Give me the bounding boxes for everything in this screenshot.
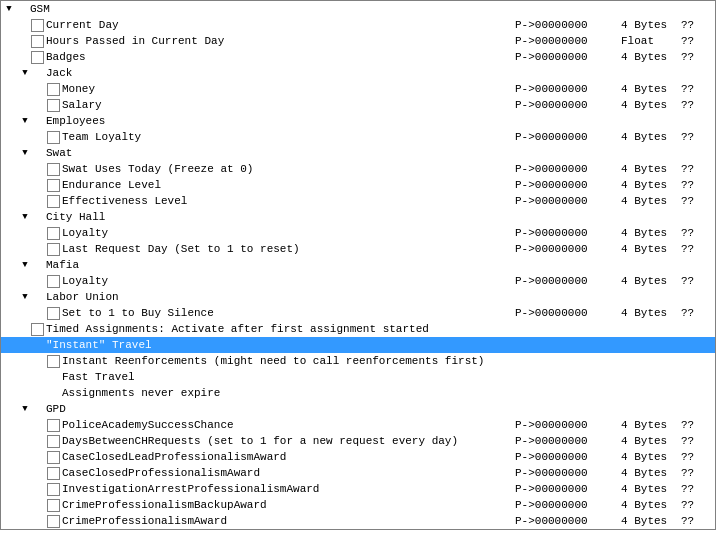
expand-icon[interactable]: ▼ — [19, 212, 31, 222]
checkbox[interactable] — [47, 355, 60, 368]
checkbox[interactable] — [47, 131, 60, 144]
row-addr: P->00000000 — [511, 243, 621, 255]
row-addr: P->00000000 — [511, 195, 621, 207]
checkbox[interactable] — [47, 451, 60, 464]
table-row[interactable]: ▼Jack — [1, 65, 715, 81]
checkbox[interactable] — [47, 163, 60, 176]
table-row[interactable]: ▼Mafia — [1, 257, 715, 273]
checkbox[interactable] — [47, 179, 60, 192]
checkbox[interactable] — [31, 35, 44, 48]
table-row[interactable]: ▼City Hall — [1, 209, 715, 225]
row-val: ?? — [681, 131, 711, 143]
table-row[interactable]: Swat Uses Today (Freeze at 0)P->00000000… — [1, 161, 715, 177]
row-label: Current Day — [46, 19, 511, 31]
row-label: GSM — [30, 3, 511, 15]
checkbox[interactable] — [47, 467, 60, 480]
row-size: 4 Bytes — [621, 51, 681, 63]
table-row[interactable]: LoyaltyP->000000004 Bytes?? — [1, 273, 715, 289]
table-row[interactable]: ▼Employees — [1, 113, 715, 129]
table-row[interactable]: Current DayP->000000004 Bytes?? — [1, 17, 715, 33]
checkbox[interactable] — [47, 435, 60, 448]
expand-icon[interactable]: ▼ — [19, 68, 31, 78]
table-row[interactable]: Endurance LevelP->000000004 Bytes?? — [1, 177, 715, 193]
row-label: City Hall — [46, 211, 511, 223]
table-row[interactable]: "Instant" Travel</span> — [1, 337, 715, 353]
table-row[interactable]: Hours Passed in Current DayP->00000000Fl… — [1, 33, 715, 49]
row-label: Swat Uses Today (Freeze at 0) — [62, 163, 511, 175]
row-val: ?? — [681, 499, 711, 511]
checkbox[interactable] — [31, 51, 44, 64]
row-val: ?? — [681, 307, 711, 319]
table-row[interactable]: BadgesP->000000004 Bytes?? — [1, 49, 715, 65]
table-row[interactable]: Fast Travel</span> — [1, 369, 715, 385]
checkbox[interactable] — [47, 499, 60, 512]
row-label: CrimeProfessionalismBackupAward — [62, 499, 511, 511]
row-val: ?? — [681, 435, 711, 447]
table-row[interactable]: MoneyP->000000004 Bytes?? — [1, 81, 715, 97]
checkbox[interactable] — [47, 275, 60, 288]
table-row[interactable]: CaseClosedLeadProfessionalismAwardP->000… — [1, 449, 715, 465]
table-row[interactable]: SalaryP->000000004 Bytes?? — [1, 97, 715, 113]
table-row[interactable]: Set to 1 to Buy SilenceP->000000004 Byte… — [1, 305, 715, 321]
checkbox[interactable] — [47, 83, 60, 96]
checkbox[interactable] — [47, 483, 60, 496]
table-row[interactable]: DaysBetweenCHRequests (set to 1 for a ne… — [1, 433, 715, 449]
row-val: ?? — [681, 467, 711, 479]
row-addr: P->00000000 — [511, 83, 621, 95]
expand-icon[interactable]: ▼ — [19, 404, 31, 414]
checkbox[interactable] — [31, 19, 44, 32]
checkbox[interactable] — [47, 227, 60, 240]
expand-icon[interactable]: ▼ — [3, 4, 15, 14]
row-label: Assignments never expire — [62, 387, 511, 399]
row-addr: P->00000000 — [511, 467, 621, 479]
checkbox[interactable] — [47, 243, 60, 256]
expand-icon[interactable]: ▼ — [19, 292, 31, 302]
table-row[interactable]: ▼GPD</span> — [1, 401, 715, 417]
checkbox[interactable] — [47, 99, 60, 112]
table-row[interactable]: Assignments never expire</span> — [1, 385, 715, 401]
table-row[interactable]: Effectiveness LevelP->000000004 Bytes?? — [1, 193, 715, 209]
table-row[interactable]: CrimeProfessionalismAwardP->000000004 By… — [1, 513, 715, 529]
row-size: 4 Bytes — [621, 195, 681, 207]
checkbox[interactable] — [47, 419, 60, 432]
row-label: CrimeProfessionalismAward — [62, 515, 511, 527]
row-label: Employees — [46, 115, 511, 127]
row-label: Swat — [46, 147, 511, 159]
row-val: ?? — [681, 19, 711, 31]
tree-container: ▼GSM</span>Current DayP->000000004 Bytes… — [0, 0, 716, 530]
table-row[interactable]: Timed Assignments: Activate after first … — [1, 321, 715, 337]
row-val: ?? — [681, 195, 711, 207]
table-row[interactable]: PoliceAcademySuccessChanceP->000000004 B… — [1, 417, 715, 433]
checkbox[interactable] — [31, 323, 44, 336]
row-addr: P->00000000 — [511, 163, 621, 175]
row-label: Labor Union — [46, 291, 511, 303]
row-val: ?? — [681, 179, 711, 191]
expand-icon[interactable]: ▼ — [19, 260, 31, 270]
row-val: ?? — [681, 99, 711, 111]
table-row[interactable]: Team LoyaltyP->000000004 Bytes?? — [1, 129, 715, 145]
table-row[interactable]: CrimeProfessionalismBackupAwardP->000000… — [1, 497, 715, 513]
table-row[interactable]: CaseClosedProfessionalismAwardP->0000000… — [1, 465, 715, 481]
checkbox[interactable] — [47, 515, 60, 528]
row-size: 4 Bytes — [621, 163, 681, 175]
table-row[interactable]: ▼Labor Union — [1, 289, 715, 305]
row-val: ?? — [681, 243, 711, 255]
row-label: Timed Assignments: Activate after first … — [46, 323, 511, 335]
table-row[interactable]: ▼Swat — [1, 145, 715, 161]
row-size: Float — [621, 35, 681, 47]
row-size: 4 Bytes — [621, 19, 681, 31]
row-label: Mafia — [46, 259, 511, 271]
row-label: Instant Reenforcements (might need to ca… — [62, 355, 511, 367]
table-row[interactable]: LoyaltyP->000000004 Bytes?? — [1, 225, 715, 241]
row-val: ?? — [681, 35, 711, 47]
checkbox[interactable] — [47, 195, 60, 208]
expand-icon[interactable]: ▼ — [19, 148, 31, 158]
table-row[interactable]: Instant Reenforcements (might need to ca… — [1, 353, 715, 369]
table-row[interactable]: InvestigationArrestProfessionalismAwardP… — [1, 481, 715, 497]
table-row[interactable]: Last Request Day (Set to 1 to reset)P->0… — [1, 241, 715, 257]
checkbox[interactable] — [47, 307, 60, 320]
table-row[interactable]: ▼GSM</span> — [1, 1, 715, 17]
row-size: 4 Bytes — [621, 435, 681, 447]
expand-icon[interactable]: ▼ — [19, 116, 31, 126]
row-addr: P->00000000 — [511, 307, 621, 319]
